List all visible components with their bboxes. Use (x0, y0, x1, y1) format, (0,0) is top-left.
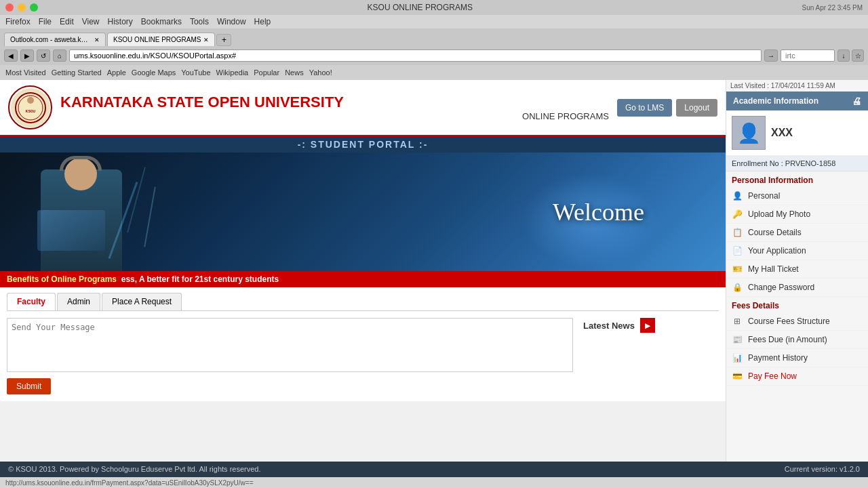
course-details-icon: 📋 (732, 227, 743, 238)
content-area: KSOU KARNATAKA STATE OPEN UNIVERSITY ONL… (0, 80, 726, 462)
bookmark-wikipedia[interactable]: Wikipedia (216, 68, 249, 77)
your-application-label: Your Application (748, 246, 806, 256)
menu-help[interactable]: Help (254, 17, 271, 26)
hall-ticket-label: My Hall Ticket (748, 264, 799, 274)
payment-history-label: Payment History (748, 353, 808, 363)
tab-outlook-close[interactable]: ✕ (94, 37, 100, 43)
tab-ksou[interactable]: KSOU ONLINE PROGRAMS ✕ (107, 33, 215, 46)
menu-edit[interactable]: Edit (60, 17, 74, 26)
menu-item-fees-due[interactable]: 📰 Fees Due (in Amount) (726, 331, 868, 349)
message-textarea[interactable] (7, 318, 573, 372)
footer-version: Current version: v1.2.0 (785, 465, 860, 473)
bookmark-popular[interactable]: Popular (254, 68, 279, 77)
menu-file[interactable]: File (39, 17, 52, 26)
bookmark-star-btn[interactable]: ☆ (852, 49, 864, 62)
university-logo: KSOU (8, 85, 52, 129)
menu-tools[interactable]: Tools (190, 17, 209, 26)
main-wrapper: KSOU KARNATAKA STATE OPEN UNIVERSITY ONL… (0, 80, 868, 462)
go-to-lms-button[interactable]: Go to LMS (617, 99, 672, 117)
personal-icon: 👤 (732, 190, 743, 201)
tab-outlook-label: Outlook.com - asweta.kumari@... (10, 36, 92, 43)
downloads-btn[interactable]: ↓ (837, 49, 850, 62)
upload-photo-label: Upload My Photo (748, 209, 810, 219)
benefits-text: ess, A better fit for 21st century stude… (121, 274, 279, 284)
university-name: KARNATAKA STATE OPEN UNIVERSITY (60, 94, 609, 111)
browser-title: KSOU ONLINE PROGRAMS (38, 3, 802, 12)
bookmark-most-visited[interactable]: Most Visited (5, 68, 46, 77)
menu-item-change-password[interactable]: 🔒 Change Password (726, 279, 868, 297)
upload-photo-icon: 🔑 (732, 209, 743, 220)
url-bar[interactable] (69, 49, 762, 62)
back-button[interactable]: ◀ (4, 49, 18, 62)
bookmark-apple[interactable]: Apple (107, 68, 126, 77)
menu-item-upload-photo[interactable]: 🔑 Upload My Photo (726, 205, 868, 224)
academic-info-label: Academic Information (733, 96, 818, 106)
browser-datetime: Sun Apr 22 3:45 PM (802, 4, 863, 12)
course-fees-label: Course Fees Structure (748, 317, 830, 326)
menu-item-your-application[interactable]: 📄 Your Application (726, 242, 868, 260)
tab-faculty[interactable]: Faculty (7, 293, 56, 310)
bookmarks-bar: Most Visited Getting Started Apple Googl… (0, 65, 868, 80)
enrollment-number: Enrollment No : PRVENO-1858 (726, 156, 868, 171)
menu-item-personal[interactable]: 👤 Personal (726, 187, 868, 205)
bookmark-news[interactable]: News (285, 68, 304, 77)
home-button[interactable]: ⌂ (53, 49, 66, 62)
right-sidebar: Last Visited : 17/04/2014 11:59 AM Acade… (726, 80, 868, 462)
change-password-label: Change Password (748, 283, 814, 292)
print-icon[interactable]: 🖨 (852, 96, 861, 106)
refresh-button[interactable]: → (764, 49, 778, 62)
bookmark-yahoo[interactable]: Yahoo! (309, 68, 332, 77)
menu-history[interactable]: History (108, 17, 133, 26)
forward-button[interactable]: ▶ (20, 49, 34, 62)
menu-window[interactable]: Window (217, 17, 246, 26)
content-tabs: Faculty Admin Place A Request (7, 293, 719, 311)
benefits-bar: Benefits of Online Programs ess, A bette… (0, 271, 726, 287)
menu-item-course-fees[interactable]: ⊞ Course Fees Structure (726, 312, 868, 331)
search-bar[interactable] (781, 49, 835, 62)
menu-bar: Firefox File Edit View History Bookmarks… (0, 15, 868, 28)
menu-item-pay-fee-now[interactable]: 💳 Pay Fee Now (726, 367, 868, 386)
payment-history-icon: 📊 (732, 352, 743, 363)
benefits-label: Benefits of Online Programs (7, 274, 117, 284)
bookmark-youtube[interactable]: YouTube (181, 68, 210, 77)
menu-bookmarks[interactable]: Bookmarks (141, 17, 182, 26)
menu-item-course-details[interactable]: 📋 Course Details (726, 224, 868, 242)
menu-item-payment-history[interactable]: 📊 Payment History (726, 349, 868, 367)
news-arrow-button[interactable]: ▶ (640, 318, 655, 333)
submit-button[interactable]: Submit (7, 378, 51, 394)
latest-news-label: Latest News (583, 321, 635, 331)
bookmark-getting-started[interactable]: Getting Started (52, 68, 102, 77)
fees-due-label: Fees Due (in Amount) (748, 335, 827, 344)
title-bar: KSOU ONLINE PROGRAMS Sun Apr 22 3:45 PM (0, 0, 868, 15)
tab-outlook[interactable]: Outlook.com - asweta.kumari@... ✕ (4, 33, 106, 46)
course-details-label: Course Details (748, 228, 802, 237)
header-text: KARNATAKA STATE OPEN UNIVERSITY ONLINE P… (60, 94, 609, 121)
tab-place-request[interactable]: Place A Request (102, 293, 182, 310)
page-content: KSOU KARNATAKA STATE OPEN UNIVERSITY ONL… (0, 80, 868, 477)
page-footer: © KSOU 2013. Powered by Schoolguru Eduse… (0, 462, 868, 477)
reload-button[interactable]: ↺ (37, 49, 50, 62)
personal-label: Personal (748, 191, 780, 201)
menu-view[interactable]: View (82, 17, 100, 26)
change-password-icon: 🔒 (732, 282, 743, 293)
academic-info-header: Academic Information 🖨 (726, 92, 868, 110)
status-url: http://ums.ksouonline.edu.in/frmPayment.… (5, 479, 254, 487)
message-form: Submit (7, 318, 573, 394)
tab-ksou-label: KSOU ONLINE PROGRAMS (113, 36, 201, 43)
tab-admin[interactable]: Admin (57, 293, 100, 310)
last-visited-value: 17/04/2014 11:59 AM (771, 82, 835, 89)
menu-firefox[interactable]: Firefox (5, 17, 31, 26)
tab-ksou-close[interactable]: ✕ (203, 37, 209, 43)
course-fees-icon: ⊞ (732, 316, 743, 327)
tab-section: Faculty Admin Place A Request (0, 287, 726, 311)
your-application-icon: 📄 (732, 245, 743, 256)
avatar: 👤 (732, 116, 766, 150)
welcome-text: Welcome (553, 198, 644, 226)
header-buttons: Go to LMS Logout (617, 99, 717, 117)
bookmark-google-maps[interactable]: Google Maps (132, 68, 176, 77)
avatar-icon: 👤 (737, 122, 761, 144)
new-tab-button[interactable]: + (216, 34, 231, 46)
portal-banner: -: STUDENT PORTAL :- (0, 136, 726, 152)
logout-button[interactable]: Logout (676, 99, 717, 117)
menu-item-hall-ticket[interactable]: 🎫 My Hall Ticket (726, 260, 868, 279)
